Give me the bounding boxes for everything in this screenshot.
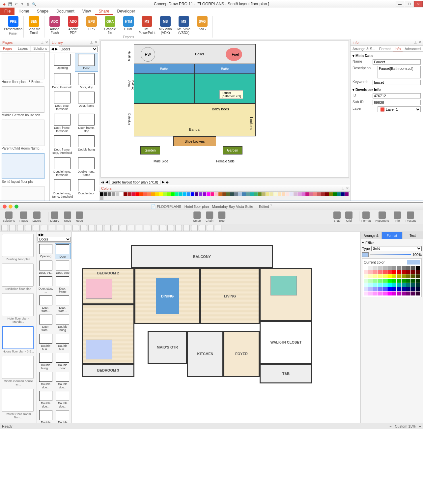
info-tab-info[interactable]: Info <box>393 46 403 51</box>
ribbon-ms-visio-vdx-[interactable]: MS MS Visio (VDX) <box>157 16 174 35</box>
color-swatch[interactable] <box>382 287 387 291</box>
close-panel-icon[interactable]: ✕ <box>346 186 349 190</box>
close-button[interactable] <box>3 205 7 209</box>
zoom-in-icon[interactable]: + <box>419 424 421 428</box>
color-swatch[interactable] <box>382 279 387 283</box>
color-swatch[interactable] <box>116 192 119 196</box>
color-swatch[interactable] <box>278 192 281 196</box>
color-swatch[interactable] <box>364 270 368 274</box>
lib-item[interactable]: Door, fram... <box>55 295 71 313</box>
color-swatch[interactable] <box>397 279 401 283</box>
mac-color-palette[interactable] <box>364 266 420 295</box>
minimize-button[interactable] <box>9 205 13 209</box>
color-swatch[interactable] <box>120 192 123 196</box>
tool-button[interactable] <box>80 225 87 231</box>
tab-file[interactable]: File <box>0 8 14 15</box>
lib-item[interactable]: Door, frame <box>55 276 71 294</box>
color-swatch[interactable] <box>135 192 139 196</box>
color-swatch[interactable] <box>183 192 186 196</box>
lib-item[interactable]: Double hung, frame, threshold <box>50 179 74 200</box>
lib-item[interactable]: Door, frame, stop <box>75 113 99 134</box>
pin-icon[interactable]: ⊥ <box>90 40 93 44</box>
lib-item[interactable]: Door, frame <box>75 91 99 112</box>
tab-nav-first-icon[interactable]: ⏮ <box>100 180 104 184</box>
close-button[interactable]: ✕ <box>414 1 423 7</box>
close-panel-icon[interactable]: ✕ <box>95 40 98 44</box>
color-swatch[interactable] <box>411 287 415 291</box>
mac-library-selector[interactable]: Doors <box>38 237 71 242</box>
pages-tab-pages[interactable]: Pages <box>0 46 15 51</box>
color-swatch[interactable] <box>416 274 420 278</box>
color-swatch[interactable] <box>411 266 415 270</box>
color-swatch[interactable] <box>368 292 373 295</box>
color-swatch[interactable] <box>387 283 392 287</box>
lib-item[interactable]: Double hung... <box>38 352 54 371</box>
color-swatch[interactable] <box>397 292 401 295</box>
color-swatch[interactable] <box>378 279 382 283</box>
page-thumb[interactable]: Parent-Child Room Numberin... <box>2 120 48 150</box>
color-swatch[interactable] <box>195 192 198 196</box>
fill-color-swatch[interactable] <box>362 252 369 257</box>
color-swatch[interactable] <box>382 274 387 278</box>
color-swatch[interactable] <box>282 192 285 196</box>
lib-item[interactable]: Door, stop, ... <box>38 276 54 294</box>
tool-button[interactable] <box>167 225 174 231</box>
tool-button[interactable] <box>57 225 63 231</box>
color-swatch[interactable] <box>309 192 313 196</box>
tool-button[interactable] <box>96 225 103 231</box>
ribbon-eps[interactable]: EPSEPS <box>83 16 100 35</box>
color-swatch[interactable] <box>191 192 194 196</box>
color-swatch[interactable] <box>373 266 378 270</box>
color-swatch[interactable] <box>254 192 258 196</box>
color-swatch[interactable] <box>131 192 135 196</box>
color-swatch[interactable] <box>266 192 269 196</box>
tab-share[interactable]: Share <box>95 8 113 15</box>
color-swatch[interactable] <box>124 192 127 196</box>
color-swatch[interactable] <box>387 292 392 295</box>
color-swatch[interactable] <box>382 292 387 295</box>
color-swatch[interactable] <box>387 279 392 283</box>
ribbon-send-via-email[interactable]: SENSend via Email <box>26 16 42 35</box>
color-swatch[interactable] <box>378 266 382 270</box>
lib-item[interactable]: Double hung <box>75 135 99 156</box>
page-thumb[interactable]: House floor plan - 3 B... <box>2 326 35 353</box>
color-swatch[interactable] <box>416 292 420 295</box>
prev-lib-icon[interactable]: ◀ <box>51 47 54 51</box>
print-icon[interactable]: ⎙ <box>25 1 31 7</box>
color-swatch[interactable] <box>337 192 341 196</box>
tool-library[interactable]: Library <box>50 211 60 222</box>
color-swatch[interactable] <box>163 192 167 196</box>
color-swatch[interactable] <box>222 192 226 196</box>
page-thumb[interactable]: Exhibition floor plan <box>2 264 35 291</box>
next-lib-icon[interactable]: ▶ <box>41 233 44 237</box>
lib-item[interactable]: Double door... <box>55 409 71 423</box>
color-swatch[interactable] <box>317 192 321 196</box>
tool-chain[interactable]: Chain <box>206 211 213 222</box>
tool-layers[interactable]: Layers <box>33 211 42 222</box>
tool-button[interactable] <box>49 225 55 231</box>
color-swatch[interactable] <box>238 192 242 196</box>
color-swatch[interactable] <box>402 283 406 287</box>
color-swatch[interactable] <box>187 192 190 196</box>
tab-developer[interactable]: Developer <box>113 8 139 15</box>
color-swatch[interactable] <box>345 192 349 196</box>
info-tab-advanced[interactable]: Advanced <box>403 46 423 51</box>
color-swatch[interactable] <box>151 192 155 196</box>
tool-grid[interactable]: Grid <box>345 211 352 222</box>
subid-input[interactable] <box>373 100 421 105</box>
color-swatch[interactable] <box>416 283 420 287</box>
color-swatch[interactable] <box>416 266 420 270</box>
color-swatch[interactable] <box>402 266 406 270</box>
color-swatch[interactable] <box>171 192 175 196</box>
color-swatch[interactable] <box>373 274 378 278</box>
color-swatch[interactable] <box>416 270 420 274</box>
color-swatch[interactable] <box>406 283 410 287</box>
page-thumb[interactable]: Single-family detached home ... <box>2 186 48 201</box>
color-swatch[interactable] <box>364 266 368 270</box>
color-swatch[interactable] <box>368 270 373 274</box>
lib-item[interactable]: Opening <box>50 53 74 72</box>
color-swatch[interactable] <box>368 274 373 278</box>
color-swatch[interactable] <box>387 287 392 291</box>
color-swatch[interactable] <box>402 270 406 274</box>
maximize-button[interactable]: ☐ <box>405 1 413 7</box>
